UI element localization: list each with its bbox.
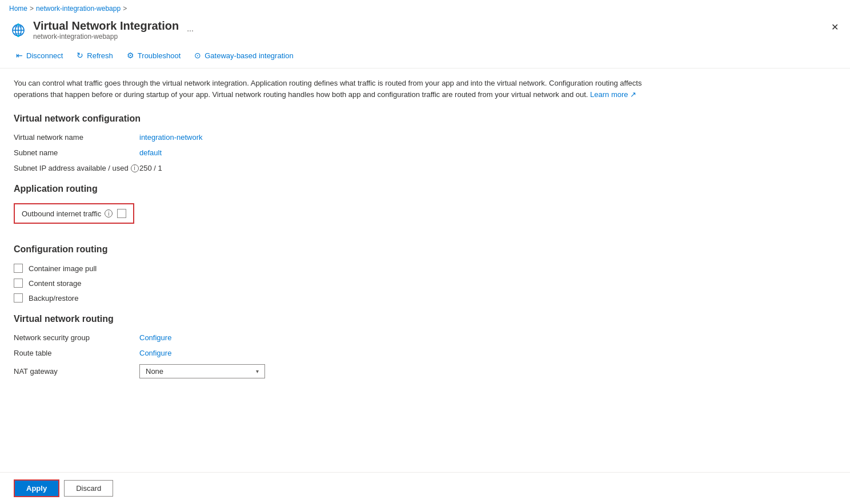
gateway-button[interactable]: ⊙ Gateway-based integration	[187, 47, 300, 63]
apply-button[interactable]: Apply	[14, 479, 59, 497]
container-image-pull-label: Container image pull	[29, 264, 97, 273]
breadcrumb-home[interactable]: Home	[9, 5, 27, 13]
vnet-config-title: Virtual network configuration	[14, 114, 836, 124]
route-table-label: Route table	[14, 349, 139, 357]
close-button[interactable]: ✕	[829, 19, 841, 35]
breadcrumb-webapp[interactable]: network-integration-webapp	[36, 5, 121, 13]
page-container: Home > network-integration-webapp > Vi	[0, 0, 850, 504]
disconnect-label: Disconnect	[26, 51, 63, 60]
gateway-icon: ⊙	[194, 51, 201, 60]
container-image-pull-checkbox[interactable]	[14, 264, 23, 273]
route-table-row: Route table Configure	[14, 349, 836, 357]
nsg-label: Network security group	[14, 333, 139, 342]
vnet-name-row: Virtual network name integration-network	[14, 133, 836, 142]
subnet-ip-row: Subnet IP address available / used i 250…	[14, 164, 836, 172]
page-footer: Apply Discard	[0, 472, 850, 504]
application-routing-section: Application routing Outbound internet tr…	[14, 184, 836, 233]
backup-restore-label: Backup/restore	[29, 294, 78, 303]
backup-restore-checkbox[interactable]	[14, 293, 23, 303]
gateway-label: Gateway-based integration	[205, 51, 293, 60]
troubleshoot-icon: ⚙	[127, 51, 134, 60]
content-storage-label: Content storage	[29, 279, 82, 288]
app-routing-title: Application routing	[14, 184, 836, 194]
page-header: Virtual Network Integration network-inte…	[0, 17, 850, 45]
outbound-traffic-highlight: Outbound internet traffic i	[14, 203, 134, 224]
nat-gateway-label: NAT gateway	[14, 367, 139, 376]
page-subtitle: network-integration-webapp	[33, 33, 179, 41]
nsg-row: Network security group Configure	[14, 333, 836, 342]
disconnect-icon: ⇤	[16, 51, 23, 60]
vnet-name-value[interactable]: integration-network	[139, 133, 203, 142]
subnet-name-value[interactable]: default	[139, 148, 162, 157]
refresh-button[interactable]: ↻ Refresh	[70, 47, 120, 63]
subnet-name-label: Subnet name	[14, 148, 139, 157]
chevron-down-icon: ▾	[256, 368, 259, 374]
vnet-routing-section: Virtual network routing Network security…	[14, 314, 836, 378]
content-storage-row: Content storage	[14, 279, 836, 288]
vnet-icon	[9, 21, 27, 39]
vnet-routing-title: Virtual network routing	[14, 314, 836, 324]
breadcrumb-sep1: >	[30, 5, 34, 13]
outbound-info-icon[interactable]: i	[105, 209, 113, 217]
refresh-icon: ↻	[77, 51, 83, 60]
svg-point-7	[17, 35, 19, 37]
virtual-network-config-section: Virtual network configuration Virtual ne…	[14, 114, 836, 172]
configuration-routing-section: Configuration routing Container image pu…	[14, 244, 836, 303]
disconnect-button[interactable]: ⇤ Disconnect	[9, 47, 70, 63]
toolbar: ⇤ Disconnect ↻ Refresh ⚙ Troubleshoot ⊙ …	[0, 45, 850, 68]
svg-point-6	[17, 23, 19, 26]
subnet-ip-label: Subnet IP address available / used i	[14, 164, 139, 172]
vnet-name-label: Virtual network name	[14, 133, 139, 142]
nsg-configure-link[interactable]: Configure	[139, 333, 171, 342]
subnet-ip-value: 250 / 1	[139, 164, 162, 172]
backup-restore-row: Backup/restore	[14, 293, 836, 303]
subnet-name-row: Subnet name default	[14, 148, 836, 157]
discard-button[interactable]: Discard	[64, 480, 113, 497]
nat-gateway-dropdown[interactable]: None ▾	[139, 364, 265, 378]
header-title-group: Virtual Network Integration network-inte…	[33, 19, 179, 41]
troubleshoot-button[interactable]: ⚙ Troubleshoot	[120, 47, 187, 63]
refresh-label: Refresh	[87, 51, 113, 60]
more-options-icon[interactable]: ···	[185, 23, 196, 37]
main-content: You can control what traffic goes throug…	[0, 68, 850, 472]
page-title: Virtual Network Integration	[33, 19, 179, 33]
route-table-configure-link[interactable]: Configure	[139, 349, 171, 357]
content-storage-checkbox[interactable]	[14, 279, 23, 288]
nat-gateway-row: NAT gateway None ▾	[14, 364, 836, 378]
breadcrumb: Home > network-integration-webapp >	[0, 0, 850, 17]
subnet-ip-info-icon[interactable]: i	[131, 164, 139, 172]
description-text: You can control what traffic goes throug…	[14, 78, 642, 100]
troubleshoot-label: Troubleshoot	[138, 51, 181, 60]
outbound-traffic-checkbox[interactable]	[117, 209, 126, 218]
breadcrumb-sep2: >	[123, 5, 127, 13]
description-body: You can control what traffic goes throug…	[14, 79, 641, 99]
container-image-pull-row: Container image pull	[14, 264, 836, 273]
learn-more-link[interactable]: Learn more ↗	[590, 90, 636, 99]
config-routing-title: Configuration routing	[14, 244, 836, 255]
header-left: Virtual Network Integration network-inte…	[9, 19, 196, 41]
nat-gateway-value: None	[146, 367, 163, 376]
outbound-traffic-label: Outbound internet traffic i	[22, 209, 113, 218]
